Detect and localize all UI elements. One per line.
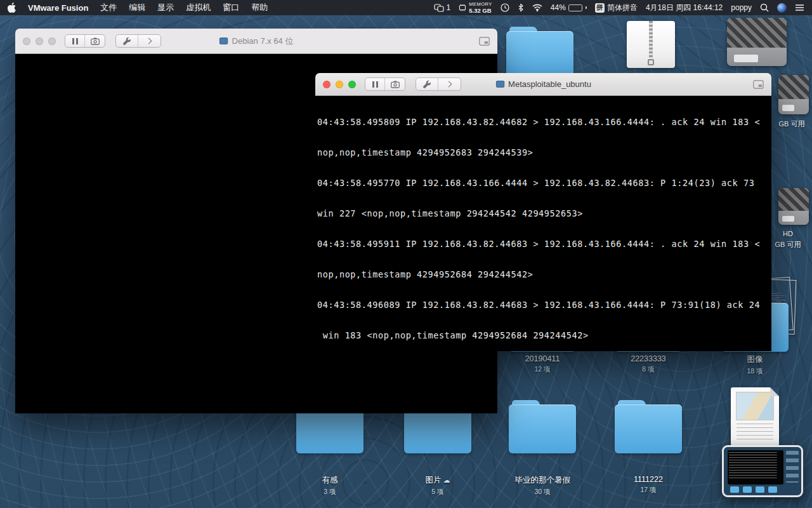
metasploitable-vm-window[interactable]: Metasploitable_ubuntu 04:43:58.495809 IP… bbox=[315, 73, 771, 351]
snapshot-icon bbox=[391, 81, 400, 88]
terminal-line: 04:43:58.495809 IP 192.168.43.82.44682 >… bbox=[317, 117, 771, 127]
zipper-graphic bbox=[649, 21, 653, 58]
terminal-line: nop,nop,timestamp 4294952684 294244542> bbox=[317, 269, 771, 279]
disk-image-icon[interactable] bbox=[778, 188, 809, 225]
expand-toolbar-button[interactable] bbox=[138, 35, 160, 47]
icloud-icon: ☁ bbox=[443, 476, 450, 484]
menu-item-view[interactable]: 显示 bbox=[157, 2, 174, 13]
folder-item-count: 30 项 bbox=[505, 488, 580, 497]
window-title-text: Metasploitable_ubuntu bbox=[508, 79, 591, 89]
folder-item-count: 8 项 bbox=[611, 365, 686, 374]
app-menu[interactable]: VMware Fusion bbox=[28, 3, 88, 13]
menu-bar: VMware Fusion 文件 编辑 显示 虚拟机 窗口 帮助 1 MEMOR… bbox=[0, 0, 812, 15]
zip-archive-icon[interactable] bbox=[627, 21, 675, 68]
disk-free-space-label: GB 可用 bbox=[773, 119, 811, 129]
window-controls bbox=[23, 37, 56, 45]
vm-settings-button[interactable] bbox=[416, 78, 438, 90]
pause-icon bbox=[372, 81, 378, 88]
terminal-output[interactable]: 04:43:58.495809 IP 192.168.43.82.44682 >… bbox=[315, 96, 771, 351]
chat-bubbles-icon bbox=[434, 4, 444, 12]
screenshot-preview-window[interactable] bbox=[722, 445, 803, 497]
desktop-folder-1111222[interactable]: 1111222 17 项 bbox=[611, 400, 686, 495]
battery-nub bbox=[586, 6, 587, 9]
user-name[interactable]: poppy bbox=[731, 3, 752, 12]
image-document-icon[interactable] bbox=[731, 387, 779, 446]
vm-screen-icon bbox=[219, 37, 228, 44]
battery-status-item[interactable]: 44% bbox=[551, 3, 587, 12]
vm-settings-button[interactable] bbox=[116, 35, 138, 47]
folder-icon bbox=[613, 400, 684, 453]
menu-item-window[interactable]: 窗口 bbox=[223, 2, 239, 13]
vm-power-controls bbox=[365, 77, 405, 91]
datetime[interactable]: 4月18日 周四 16:44:12 bbox=[646, 3, 723, 13]
window-title: Metasploitable_ubuntu bbox=[495, 79, 591, 89]
disk-free-space-label: GB 可用 bbox=[769, 240, 807, 250]
desktop-folder-top[interactable] bbox=[502, 27, 577, 80]
zoom-button[interactable] bbox=[348, 81, 356, 88]
page-fold-graphic bbox=[770, 387, 779, 396]
terminal-line: win 227 <nop,nop,timestamp 294244542 429… bbox=[317, 208, 771, 218]
zipper-pull-graphic bbox=[648, 59, 654, 65]
fullscreen-pip-icon[interactable] bbox=[479, 37, 490, 46]
metasploitable-titlebar[interactable]: Metasploitable_ubuntu bbox=[315, 73, 771, 96]
folder-name: 20190411 bbox=[505, 354, 580, 363]
memory-label: MEMORY bbox=[469, 2, 492, 7]
apple-menu-icon[interactable] bbox=[8, 3, 16, 13]
menu-bar-left: VMware Fusion 文件 编辑 显示 虚拟机 窗口 帮助 bbox=[8, 2, 268, 13]
menu-item-virtual-machine[interactable]: 虚拟机 bbox=[186, 2, 211, 13]
terminal-line: win 183 <nop,nop,timestamp 4294952684 29… bbox=[317, 330, 771, 340]
pause-vm-button[interactable] bbox=[65, 35, 85, 47]
window-controls bbox=[323, 81, 356, 88]
wrench-icon bbox=[122, 37, 131, 46]
desktop: GB 可用 HD GB 可用 197 20190411 12 项 2223333… bbox=[0, 0, 812, 508]
memory-value: 5.32 GB bbox=[469, 8, 491, 14]
memory-status-item[interactable]: MEMORY 5.32 GB bbox=[459, 2, 492, 13]
menu-item-file[interactable]: 文件 bbox=[100, 2, 117, 13]
time-machine-icon[interactable] bbox=[501, 3, 509, 12]
desktop-folder-yougan[interactable]: 有感 3 项 bbox=[292, 400, 367, 497]
menu-bar-status: 1 MEMORY 5.32 GB 44% 拼 简体拼音 4月18日 周四 16:… bbox=[434, 2, 804, 13]
bluetooth-icon[interactable] bbox=[518, 3, 524, 12]
pause-vm-button[interactable] bbox=[365, 78, 385, 90]
folder-icon bbox=[507, 400, 578, 453]
search-icon[interactable] bbox=[760, 3, 769, 12]
folder-name: 图片☁ bbox=[400, 475, 475, 486]
siri-icon[interactable] bbox=[777, 3, 787, 13]
input-method-label: 简体拼音 bbox=[607, 3, 638, 13]
folder-name: 22233333 bbox=[611, 354, 686, 363]
folder-name: 毕业的那个暑假 bbox=[505, 475, 580, 486]
menu-item-edit[interactable]: 编辑 bbox=[129, 2, 145, 13]
notification-status-item[interactable]: 1 bbox=[434, 3, 451, 12]
fullscreen-pip-icon[interactable] bbox=[753, 80, 764, 89]
folder-item-count: 18 项 bbox=[717, 367, 792, 376]
input-method-badge: 拼 bbox=[595, 3, 605, 13]
snapshot-button[interactable] bbox=[85, 35, 105, 47]
minimize-button[interactable] bbox=[36, 37, 43, 45]
disk-image-icon[interactable] bbox=[727, 18, 787, 66]
folder-item-count: 5 项 bbox=[400, 488, 475, 497]
wrench-icon bbox=[422, 80, 431, 89]
desktop-folder-pictures[interactable]: 图片☁ 5 项 bbox=[400, 400, 475, 497]
mini-icons-graphic bbox=[786, 451, 799, 483]
mini-folders-graphic bbox=[730, 486, 777, 493]
menu-item-help[interactable]: 帮助 bbox=[251, 2, 268, 13]
close-button[interactable] bbox=[323, 81, 331, 88]
expand-toolbar-button[interactable] bbox=[438, 78, 461, 90]
desktop-folder-summer[interactable]: 毕业的那个暑假 30 项 bbox=[505, 400, 580, 497]
minimize-button[interactable] bbox=[336, 81, 343, 88]
terminal-line: 04:43:58.495770 IP 192.168.43.166.4444 >… bbox=[317, 178, 771, 188]
input-method-item[interactable]: 拼 简体拼音 bbox=[595, 3, 638, 13]
window-title-text: Debian 7.x 64 位 bbox=[232, 36, 294, 47]
notification-center-icon[interactable] bbox=[795, 4, 804, 11]
snapshot-button[interactable] bbox=[385, 78, 405, 90]
terminal-line: 04:43:58.496089 IP 192.168.43.82.44683 >… bbox=[317, 300, 771, 310]
vm-screen-icon bbox=[495, 81, 504, 88]
debian-titlebar[interactable]: Debian 7.x 64 位 bbox=[15, 29, 497, 54]
disk-image-icon[interactable] bbox=[778, 75, 809, 114]
close-button[interactable] bbox=[23, 37, 30, 45]
zoom-button[interactable] bbox=[48, 37, 56, 45]
chevron-right-icon bbox=[146, 38, 152, 44]
battery-icon bbox=[568, 4, 582, 11]
memory-chip-icon bbox=[459, 4, 466, 11]
wifi-icon[interactable] bbox=[532, 4, 542, 11]
